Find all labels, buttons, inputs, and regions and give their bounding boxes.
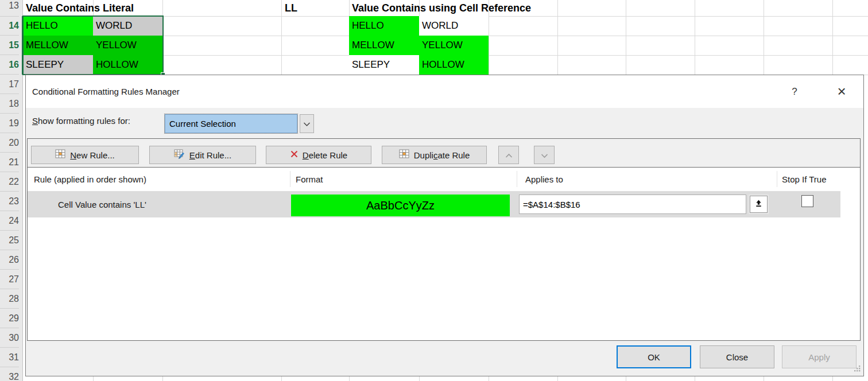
row-header-14[interactable]: 14	[0, 16, 19, 36]
cell-b16[interactable]: HOLLOW	[93, 55, 162, 75]
rule-row[interactable]: Cell Value contains 'LL' AaBbCcYyZz	[28, 191, 840, 217]
stop-if-true-checkbox[interactable]	[801, 195, 813, 207]
row-header-13[interactable]: 13	[0, 0, 19, 17]
cell-e14[interactable]: HELLO	[349, 16, 419, 36]
row-header-20[interactable]: 20	[0, 133, 19, 153]
row-header-29[interactable]: 29	[0, 309, 19, 328]
cell-a15[interactable]: MELLOW	[23, 36, 93, 55]
scope-dropdown[interactable]: Current Selection	[165, 114, 297, 133]
column-header-rule: Rule (applied in order shown)	[34, 168, 146, 190]
column-header-stop-if-true: Stop If True	[782, 168, 827, 190]
chevron-down-icon	[541, 150, 548, 160]
applies-to-input[interactable]	[519, 195, 746, 214]
chevron-down-icon	[303, 119, 311, 129]
row-header-31[interactable]: 31	[0, 348, 19, 367]
row-header-27[interactable]: 27	[0, 270, 19, 289]
move-rule-down-button[interactable]	[534, 146, 555, 164]
new-rule-button[interactable]: New Rule...	[31, 146, 139, 164]
help-icon: ?	[792, 86, 797, 98]
column-separator	[290, 171, 290, 187]
row-header-23[interactable]: 23	[0, 192, 19, 211]
cell-f14[interactable]: WORLD	[419, 16, 489, 36]
column-separator	[517, 171, 517, 187]
scope-dropdown-value: Current Selection	[169, 119, 236, 129]
rule-description: Cell Value contains 'LL'	[58, 191, 146, 217]
column-header-applies-to: Applies to	[525, 168, 563, 190]
show-rules-label: Show formatting rules for:	[32, 111, 130, 130]
scope-dropdown-arrow-button[interactable]	[300, 114, 314, 133]
edit-rule-button[interactable]: Edit Rule...	[149, 146, 256, 164]
close-footer-button[interactable]: Close	[700, 345, 774, 368]
chevron-up-icon	[505, 150, 513, 160]
cell-e16[interactable]: SLEEPY	[349, 55, 419, 75]
close-icon: ×	[837, 83, 846, 100]
header-ll: LL	[285, 0, 297, 16]
header-value-contains-cell-reference: Value Contains using Cell Reference	[352, 0, 531, 16]
delete-x-icon	[290, 150, 299, 160]
row-header-28[interactable]: 28	[0, 289, 19, 309]
row-header-26[interactable]: 26	[0, 250, 19, 270]
row-header-25[interactable]: 25	[0, 231, 19, 250]
dialog-title: Conditional Formatting Rules Manager	[32, 75, 180, 108]
row-header-22[interactable]: 22	[0, 172, 19, 192]
apply-button[interactable]: Apply	[782, 345, 857, 368]
cell-b15[interactable]: YELLOW	[93, 36, 162, 55]
row-header-30[interactable]: 30	[0, 328, 19, 348]
cell-a14[interactable]: HELLO	[23, 16, 93, 36]
duplicate-rule-icon	[399, 149, 410, 161]
edit-rule-icon	[174, 149, 185, 161]
cell-e15[interactable]: MELLOW	[349, 36, 419, 55]
dialog-titlebar[interactable]: Conditional Formatting Rules Manager ? ×	[26, 75, 863, 108]
delete-rule-button[interactable]: Delete Rule	[266, 146, 371, 164]
row-header-18[interactable]: 18	[0, 94, 19, 114]
ok-button[interactable]: OK	[617, 345, 691, 368]
new-rule-icon	[55, 149, 66, 161]
excel-screen: 13 14 15 16 17 18 19 20 21 22 23 24 25 2…	[0, 0, 868, 381]
cell-f16[interactable]: HOLLOW	[419, 55, 489, 75]
row-header-16[interactable]: 16	[0, 55, 19, 75]
rule-format-preview: AaBbCcYyZz	[291, 195, 510, 216]
row-header-15[interactable]: 15	[0, 36, 19, 55]
row-header-24[interactable]: 24	[0, 211, 19, 231]
cell-b14[interactable]: WORLD	[93, 16, 162, 36]
cell-a16[interactable]: SLEEPY	[23, 55, 93, 75]
cf-rules-manager-dialog: Conditional Formatting Rules Manager ? ×…	[25, 75, 864, 376]
resize-grip-icon[interactable]	[854, 364, 861, 374]
rules-list: Rule (applied in order shown) Format App…	[28, 167, 860, 340]
rules-frame: New Rule... Edit Rule... Delete Rule Dup…	[27, 138, 861, 341]
close-button[interactable]: ×	[829, 75, 854, 108]
row-header-19[interactable]: 19	[0, 114, 19, 133]
row-header-21[interactable]: 21	[0, 153, 19, 172]
range-picker-button[interactable]	[749, 195, 769, 214]
row-header-32[interactable]: 32	[0, 367, 19, 381]
cell-f15[interactable]: YELLOW	[419, 36, 489, 55]
row-header-17[interactable]: 17	[0, 75, 19, 94]
duplicate-rule-button[interactable]: Duplicate Rule	[382, 146, 487, 164]
header-value-contains-literal: Value Contains Literal	[26, 0, 134, 16]
move-rule-up-button[interactable]	[498, 146, 519, 164]
help-button[interactable]: ?	[782, 75, 807, 108]
column-header-format: Format	[296, 168, 323, 190]
collapse-dialog-icon	[754, 199, 763, 209]
column-separator	[777, 171, 777, 187]
